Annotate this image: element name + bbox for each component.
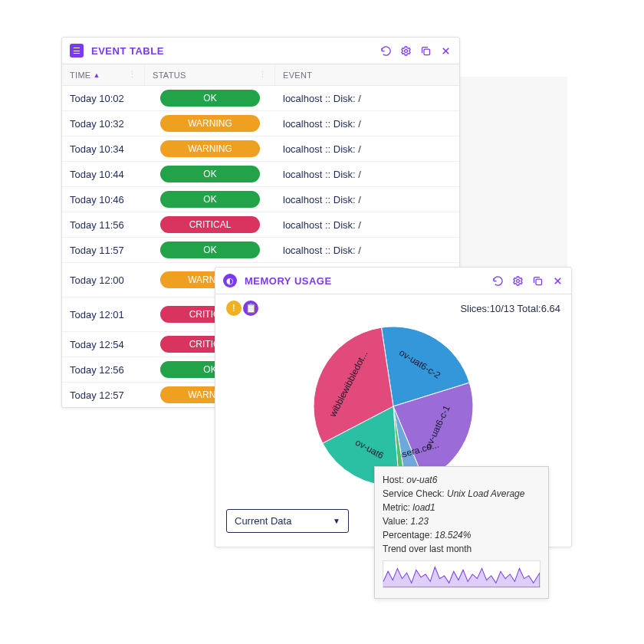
panel-header: MEMORY USAGE <box>215 268 571 294</box>
svg-rect-1 <box>424 49 430 55</box>
col-status[interactable]: STATUS⋮ <box>145 64 275 85</box>
data-source-dropdown[interactable]: Current Data ▼ <box>226 509 349 533</box>
gear-icon[interactable] <box>511 274 524 287</box>
cell-event: localhost :: Disk: / <box>275 241 459 260</box>
tooltip-trend-label: Trend over last month <box>383 542 540 556</box>
status-badge: WARNING <box>160 115 260 132</box>
cell-status: OK <box>145 189 275 210</box>
table-row[interactable]: Today 11:56CRITICALlocalhost :: Disk: / <box>62 212 459 238</box>
cell-time: Today 10:02 <box>62 89 145 108</box>
tooltip-metric: load1 <box>412 502 435 513</box>
cell-time: Today 11:57 <box>62 241 145 260</box>
panel-title: EVENT TABLE <box>91 45 380 57</box>
status-badge: OK <box>160 90 260 107</box>
cell-event: localhost :: Disk: / <box>275 215 459 235</box>
cell-status: OK <box>145 239 275 261</box>
gear-icon[interactable] <box>399 44 412 57</box>
status-badge: WARNING <box>160 140 260 157</box>
table-row[interactable]: Today 10:02OKlocalhost :: Disk: / <box>62 86 459 111</box>
col-menu-icon[interactable]: ⋮ <box>258 70 267 80</box>
table-row[interactable]: Today 10:44OKlocalhost :: Disk: / <box>62 162 459 187</box>
cell-status: WARNING <box>145 113 275 134</box>
cell-time: Today 11:56 <box>62 215 145 235</box>
close-icon[interactable] <box>439 44 452 57</box>
sort-asc-icon: ▲ <box>93 71 100 79</box>
cell-time: Today 12:56 <box>62 360 145 380</box>
tooltip-pct: 18.524% <box>435 530 471 540</box>
table-row[interactable]: Today 10:46OKlocalhost :: Disk: / <box>62 187 459 212</box>
status-badge: OK <box>160 242 260 258</box>
tooltip-metric-label: Metric: <box>383 502 412 513</box>
col-menu-icon[interactable]: ⋮ <box>128 70 136 80</box>
cell-status: OK <box>145 163 275 185</box>
cell-time: Today 10:44 <box>62 165 145 184</box>
slices-total-text: Slices:10/13 Total:6.64 <box>460 303 560 314</box>
refresh-icon[interactable] <box>491 274 504 287</box>
status-badge: OK <box>160 166 260 182</box>
tooltip-sc: Unix Load Average <box>447 488 524 499</box>
cell-event: localhost :: Disk: / <box>275 89 459 108</box>
svg-point-0 <box>404 49 407 52</box>
tooltip-host-label: Host: <box>383 475 406 485</box>
copy-icon[interactable] <box>531 274 544 287</box>
svg-point-2 <box>516 279 519 282</box>
cell-status: WARNING <box>145 138 275 159</box>
status-badge: CRITICAL <box>160 216 260 233</box>
cell-time: Today 12:00 <box>62 271 145 290</box>
cell-time: Today 12:57 <box>62 386 145 405</box>
refresh-icon[interactable] <box>380 44 392 57</box>
cell-event: localhost :: Disk: / <box>275 165 459 184</box>
chevron-down-icon: ▼ <box>333 517 340 525</box>
cell-time: Today 10:34 <box>62 140 145 159</box>
pie-icon <box>223 274 237 288</box>
table-row[interactable]: Today 10:32WARNINGlocalhost :: Disk: / <box>62 111 459 136</box>
panel-actions <box>491 274 564 287</box>
clipboard-icon[interactable]: 📋 <box>243 301 258 316</box>
status-icons: ! 📋 <box>226 301 258 316</box>
sparkline <box>383 560 540 588</box>
tooltip-value: 1.23 <box>410 516 428 527</box>
cell-time: Today 12:01 <box>62 305 145 324</box>
close-icon[interactable] <box>551 274 564 287</box>
table-header: TIME▲⋮ STATUS⋮ EVENT <box>62 64 459 86</box>
col-status-label: STATUS <box>153 71 186 80</box>
tooltip-sc-label: Service Check: <box>383 488 447 499</box>
status-badge: OK <box>160 191 260 208</box>
tooltip-pct-label: Percentage: <box>383 530 435 540</box>
col-event-label: EVENT <box>283 71 312 80</box>
dropdown-label: Current Data <box>235 515 291 527</box>
panel-subheader: ! 📋 Slices:10/13 Total:6.64 <box>226 301 560 316</box>
col-event[interactable]: EVENT <box>275 64 459 85</box>
svg-rect-3 <box>536 279 542 285</box>
warning-icon[interactable]: ! <box>226 301 242 316</box>
tooltip-value-label: Value: <box>383 516 410 527</box>
cell-status: OK <box>145 87 275 109</box>
panel-actions <box>380 44 452 57</box>
table-row[interactable]: Today 11:57OKlocalhost :: Disk: / <box>62 238 459 263</box>
cell-time: Today 10:32 <box>62 114 145 133</box>
col-time[interactable]: TIME▲⋮ <box>62 64 145 85</box>
menu-icon[interactable] <box>70 44 84 58</box>
panel-header: EVENT TABLE <box>62 38 459 64</box>
cell-event: localhost :: Disk: / <box>275 190 459 209</box>
cell-time: Today 10:46 <box>62 190 145 209</box>
copy-icon[interactable] <box>419 44 432 57</box>
chart-tooltip: Host: ov-uat6 Service Check: Unix Load A… <box>374 466 549 599</box>
tooltip-host: ov-uat6 <box>406 475 437 485</box>
cell-status: CRITICAL <box>145 214 275 235</box>
cell-event: localhost :: Disk: / <box>275 114 459 133</box>
cell-time: Today 12:54 <box>62 335 145 354</box>
table-row[interactable]: Today 10:34WARNINGlocalhost :: Disk: / <box>62 136 459 162</box>
panel-title: MEMORY USAGE <box>245 275 491 287</box>
cell-event: localhost :: Disk: / <box>275 140 459 159</box>
col-time-label: TIME <box>70 71 90 80</box>
